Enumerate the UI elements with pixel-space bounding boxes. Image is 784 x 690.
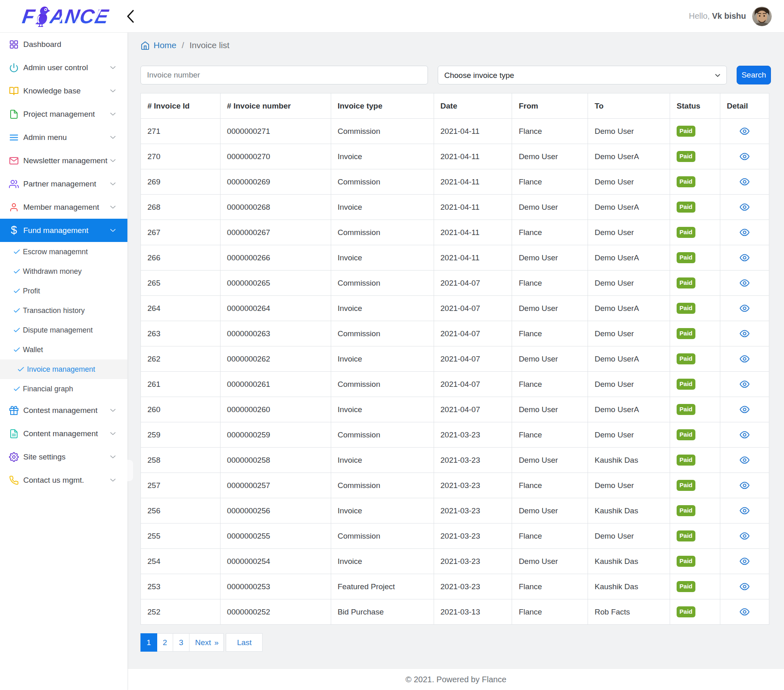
cell-detail (720, 321, 769, 346)
status-badge: Paid (677, 379, 695, 390)
sidebar-subitem-withdrawn-money[interactable]: Withdrawn money (0, 262, 127, 281)
status-badge: Paid (677, 227, 695, 238)
breadcrumb-home-link[interactable]: Home (140, 40, 176, 50)
eye-icon (739, 328, 750, 339)
sidebar-item-dashboard[interactable]: Dashboard (0, 33, 127, 56)
sidebar-item-partner-management[interactable]: Partner management (0, 172, 127, 195)
view-detail-button[interactable] (738, 201, 751, 213)
sidebar-item-label: Site settings (23, 453, 109, 461)
cell-from: Demo User (512, 195, 588, 220)
view-detail-button[interactable] (738, 404, 751, 415)
cell-id: 260 (141, 397, 220, 422)
sidebar-subitem-label: Dispute management (23, 326, 93, 335)
sidebar-subitem-label: Withdrawn money (23, 267, 82, 276)
sidebar-item-content-management[interactable]: Content management (0, 422, 127, 445)
cell-id: 270 (141, 144, 220, 169)
cell-status: Paid (670, 119, 720, 144)
view-detail-button[interactable] (738, 302, 751, 314)
cell-detail (720, 574, 769, 599)
cell-to: Kaushik Das (588, 448, 670, 473)
sidebar-subitem-escrow-managemnt[interactable]: Escrow managemnt (0, 242, 127, 262)
page-button-2[interactable]: 2 (157, 633, 174, 652)
view-detail-button[interactable] (738, 429, 751, 441)
user-avatar[interactable] (752, 7, 772, 26)
view-detail-button[interactable] (738, 378, 751, 390)
sidebar-subitem-financial-graph[interactable]: Financial graph (0, 379, 127, 399)
view-detail-button[interactable] (738, 151, 751, 162)
cell-number: 0000000259 (220, 422, 331, 448)
next-page-button[interactable]: Next» (189, 633, 224, 652)
cell-date: 2021-03-23 (434, 549, 512, 574)
view-detail-button[interactable] (738, 252, 751, 264)
sidebar-item-label: Project management (23, 110, 109, 119)
sidebar-item-newsletter-management[interactable]: Newsletter management (0, 149, 127, 172)
view-detail-button[interactable] (738, 555, 751, 567)
view-detail-button[interactable] (738, 353, 751, 365)
cell-from: Flance (512, 169, 588, 195)
invoice-type-select[interactable]: Choose invoice type (438, 66, 727, 84)
view-detail-button[interactable] (738, 125, 751, 137)
breadcrumb: Home / Invoice list (140, 40, 769, 51)
eye-icon (739, 607, 750, 617)
page-button-1[interactable]: 1 (140, 633, 157, 652)
cell-number: 0000000260 (220, 397, 331, 422)
cell-status: Paid (670, 245, 720, 271)
table-row: 2680000000268Invoice2021-04-11Demo UserD… (141, 195, 769, 220)
view-detail-button[interactable] (738, 505, 751, 517)
top-header: F (0, 0, 784, 33)
sidebar-collapse-button[interactable] (122, 7, 138, 25)
view-detail-button[interactable] (738, 581, 751, 592)
status-badge: Paid (677, 328, 695, 339)
search-button[interactable]: Search (737, 66, 771, 84)
cell-type: Invoice (331, 448, 434, 473)
cell-number: 0000000267 (220, 220, 331, 245)
sidebar-item-project-management[interactable]: Project management (0, 102, 127, 126)
cell-to: Kaushik Das (588, 498, 670, 524)
cell-id: 252 (141, 599, 220, 625)
sidebar-subitem-dispute-management[interactable]: Dispute management (0, 320, 127, 340)
sidebar-item-member-management[interactable]: Member management (0, 195, 127, 219)
breadcrumb-current: Invoice list (189, 40, 229, 50)
view-detail-button[interactable] (738, 277, 751, 289)
view-detail-button[interactable] (738, 530, 751, 542)
cell-from: Demo User (512, 549, 588, 574)
sidebar-item-admin-user-control[interactable]: Admin user control (0, 56, 127, 79)
cell-status: Paid (670, 397, 720, 422)
invoice-number-input[interactable] (140, 66, 428, 84)
cell-date: 2021-04-07 (434, 296, 512, 321)
status-badge: Paid (677, 581, 695, 592)
sidebar-item-knowledge-base[interactable]: Knowledge base (0, 79, 127, 102)
sidebar-item-contact-us-mgmt[interactable]: Contact us mgmt. (0, 468, 127, 492)
sidebar-subitem-profit[interactable]: Profit (0, 281, 127, 301)
cell-to: Kaushik Das (588, 574, 670, 599)
sidebar-item-fund-management[interactable]: $Fund management (0, 219, 127, 242)
sidebar-subitem-wallet[interactable]: Wallet (0, 340, 127, 359)
copyright-text: © 2021. Powered by Flance (405, 675, 506, 684)
sidebar-subitem-invoice-management[interactable]: Invoice management (0, 359, 127, 379)
eye-icon (739, 227, 750, 237)
sidebar-item-label: Contact us mgmt. (23, 476, 109, 485)
cell-detail (720, 220, 769, 245)
last-page-button[interactable]: Last (226, 633, 263, 652)
eye-icon (739, 581, 750, 592)
sidebar-resize-handle[interactable] (127, 459, 134, 481)
cell-number: 0000000270 (220, 144, 331, 169)
view-detail-button[interactable] (738, 454, 751, 466)
filter-bar: Choose invoice type Search (140, 66, 769, 84)
cell-id: 258 (141, 448, 220, 473)
sidebar-item-site-settings[interactable]: Site settings (0, 445, 127, 468)
view-detail-button[interactable] (738, 226, 751, 238)
view-detail-button[interactable] (738, 479, 751, 491)
view-detail-button[interactable] (738, 328, 751, 339)
page-button-3[interactable]: 3 (173, 633, 189, 652)
sidebar-subitem-transaction-history[interactable]: Transaction history (0, 301, 127, 320)
brand-logo[interactable]: F (0, 6, 128, 27)
sidebar-item-label: Member management (23, 203, 109, 212)
view-detail-button[interactable] (738, 176, 751, 188)
sidebar-item-admin-menu[interactable]: Admin menu (0, 126, 127, 149)
sidebar-item-contest-management[interactable]: Contest management (0, 399, 127, 422)
sidebar-item-label: Fund management (23, 226, 109, 235)
cell-id: 267 (141, 220, 220, 245)
table-row: 2540000000254Invoice2021-03-23Demo UserK… (141, 549, 769, 574)
view-detail-button[interactable] (738, 606, 751, 618)
